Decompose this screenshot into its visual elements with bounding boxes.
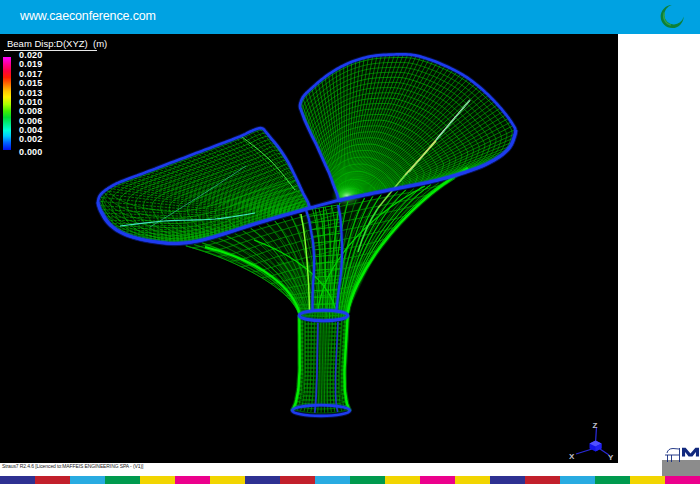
svg-text:X: X <box>569 452 575 461</box>
svg-text:Y: Y <box>608 453 614 462</box>
svg-text:Z: Z <box>593 421 598 430</box>
